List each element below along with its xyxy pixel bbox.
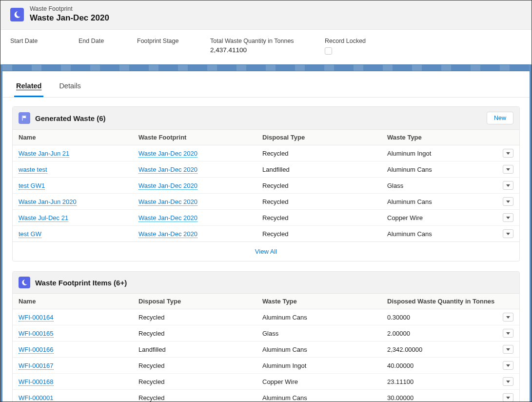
related-content: Generated Waste (6) New Name Waste Footp… [2,98,530,402]
cell-disposal-type: Recycled [262,182,387,189]
cell-disposal-type: Recycled [262,230,387,238]
cell-waste-footprint: Waste Jan-Dec 2020 [138,230,262,238]
object-type-label: Waste Footprint [30,5,109,13]
decorative-strip [2,64,530,71]
cell-waste-footprint: Waste Jan-Dec 2020 [138,150,262,157]
table-row: WFI-000168RecycledCopper Wire23.11100 [13,374,519,390]
view-all-link[interactable]: View All [255,248,277,255]
row-action-menu[interactable] [503,377,513,386]
field-total-waste-quantity: Total Waste Quantity in Tonnes 2,437.411… [210,38,325,55]
row-action-menu[interactable] [503,197,513,206]
cell-name: WFI-000166 [19,346,138,353]
cell-disposed-qty: 40.00000 [387,362,503,369]
record-link[interactable]: Waste Jan-Dec 2020 [138,150,197,158]
cell-name: WFI-000168 [19,378,138,385]
cell-name: WFI-000164 [19,314,138,321]
row-action-menu[interactable] [503,181,513,190]
table-row: Waste Jan-Jun 21Waste Jan-Dec 2020Recycl… [13,145,519,161]
tab-related[interactable]: Related [14,75,43,97]
row-action-menu[interactable] [503,329,513,338]
cell-disposal-type: Recycled [262,214,387,221]
waste-footprint-item-icon [19,277,30,288]
record-link[interactable]: Waste Jan-Dec 2020 [138,198,197,206]
generated-waste-icon [19,112,30,124]
record-link[interactable]: Waste Jan-Jun 2020 [19,198,77,206]
cell-name: waste test [19,166,138,173]
table-body: WFI-000164RecycledAluminum Cans0.30000WF… [13,309,519,402]
cell-waste-type: Aluminum Cans [262,346,387,353]
related-list-title[interactable]: Generated Waste (6) [35,114,482,122]
page-header: Waste Footprint Waste Jan-Dec 2020 [0,0,532,30]
table-row: WFI-000166LandfilledAluminum Cans2,342.0… [13,342,519,358]
cell-waste-type: Copper Wire [262,378,387,385]
field-label: End Date [79,38,118,44]
row-action-menu[interactable] [503,165,513,174]
row-action-menu[interactable] [503,393,513,402]
record-link[interactable]: Waste Jan-Dec 2020 [138,230,197,238]
table-body: Waste Jan-Jun 21Waste Jan-Dec 2020Recycl… [13,145,519,242]
cell-waste-type: Glass [262,330,387,337]
col-name: Name [19,298,138,305]
cell-name: WFI-000001 [19,394,138,402]
record-link[interactable]: test GW1 [19,182,45,190]
row-action-menu[interactable] [503,313,513,322]
related-list-title[interactable]: Waste Footprint Items (6+) [35,279,513,287]
cell-disposal-type: Recycled [138,394,262,402]
cell-disposed-qty: 0.30000 [387,314,503,321]
record-link[interactable]: WFI-000001 [19,394,54,402]
table-row: test GWWaste Jan-Dec 2020RecycledAluminu… [13,226,519,242]
row-action-menu[interactable] [503,361,513,370]
cell-waste-footprint: Waste Jan-Dec 2020 [138,198,262,205]
col-waste-type: Waste Type [262,298,387,305]
record-link[interactable]: WFI-000167 [19,362,54,370]
record-link[interactable]: WFI-000166 [19,346,54,354]
record-locked-checkbox[interactable] [325,47,332,55]
field-start-date: Start Date [10,38,79,55]
cell-waste-type: Aluminum Cans [387,166,503,173]
record-link[interactable]: Waste Jan-Dec 2020 [138,182,197,190]
table-row: WFI-000164RecycledAluminum Cans0.30000 [13,309,519,325]
row-action-menu[interactable] [503,345,513,354]
new-button[interactable]: New [487,112,513,124]
cell-name: WFI-000167 [19,362,138,369]
field-label: Total Waste Quantity in Tonnes [210,38,305,44]
cell-waste-footprint: Waste Jan-Dec 2020 [138,214,262,221]
record-link[interactable]: Waste Jan-Dec 2020 [138,214,197,222]
field-value: 2,437.41100 [210,46,305,54]
cell-disposal-type: Recycled [262,150,387,157]
col-waste-footprint: Waste Footprint [138,134,262,141]
cell-waste-type: Aluminum Ingot [387,150,503,157]
record-link[interactable]: Waste Jul-Dec 21 [19,214,68,222]
cell-disposed-qty: 23.11100 [387,378,503,385]
card-header: Generated Waste (6) New [13,107,519,130]
card-header: Waste Footprint Items (6+) [13,272,519,294]
field-label: Record Locked [325,38,366,44]
cell-disposed-qty: 2.00000 [387,330,503,337]
row-action-menu[interactable] [503,213,513,222]
table-row: WFI-000165RecycledGlass2.00000 [13,325,519,342]
cell-name: Waste Jan-Jun 2020 [19,198,138,205]
field-label: Start Date [10,38,59,44]
decorative-border: Related Details Generated Waste (6) New … [0,64,532,402]
col-disposal-type: Disposal Type [138,298,262,305]
record-link[interactable]: WFI-000168 [19,378,54,386]
related-list-generated-waste: Generated Waste (6) New Name Waste Footp… [12,106,520,261]
cell-waste-type: Aluminum Cans [262,394,387,402]
record-link[interactable]: test GW [19,230,41,238]
row-action-menu[interactable] [503,229,513,238]
record-title: Waste Jan-Dec 2020 [30,13,109,23]
record-link[interactable]: Waste Jan-Jun 21 [19,150,69,158]
record-link[interactable]: Waste Jan-Dec 2020 [138,166,197,174]
cell-waste-type: Aluminum Cans [387,230,503,238]
field-record-locked: Record Locked [325,38,385,55]
col-waste-type: Waste Type [387,134,513,141]
record-link[interactable]: WFI-000165 [19,330,54,338]
cell-waste-type: Aluminum Ingot [262,362,387,369]
table-row: waste testWaste Jan-Dec 2020LandfilledAl… [13,161,519,178]
record-page: { "header": { "objectType": "Waste Footp… [0,0,532,402]
tab-details[interactable]: Details [57,75,82,97]
record-link[interactable]: WFI-000164 [19,314,54,322]
record-link[interactable]: waste test [19,166,47,174]
row-action-menu[interactable] [503,149,513,158]
page-header-text: Waste Footprint Waste Jan-Dec 2020 [30,5,109,23]
